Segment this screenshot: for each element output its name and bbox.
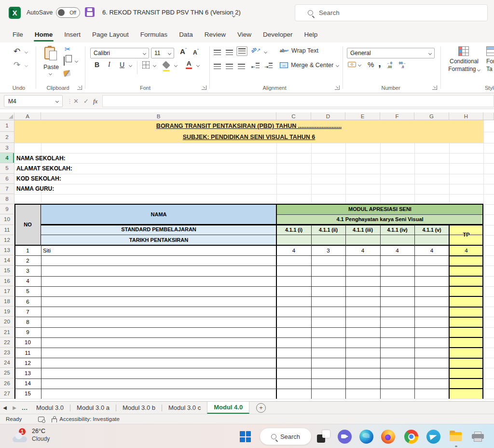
row-header-18[interactable]: 18 [0, 296, 14, 307]
criteria-header-1[interactable]: 4.1.1 (i) [276, 225, 311, 235]
row-header-12[interactable]: 12 [0, 235, 14, 245]
cell-F24[interactable] [380, 358, 414, 368]
row-header-2[interactable]: 2 [0, 132, 14, 143]
cell-H14[interactable] [449, 255, 483, 266]
cell-D20[interactable] [311, 317, 345, 327]
video-chat-app-icon[interactable] [338, 430, 352, 444]
cell-B17[interactable] [41, 286, 276, 296]
cell-A24[interactable]: 12 [14, 358, 41, 368]
cell-E22[interactable] [345, 337, 380, 348]
cell-A14[interactable]: 2 [14, 255, 41, 266]
align-right-button[interactable] [238, 63, 245, 71]
paste-button[interactable]: Paste [41, 64, 62, 70]
cell-A27[interactable]: 15 [14, 389, 41, 399]
cell-A22[interactable]: 10 [14, 337, 41, 348]
row-header-15[interactable]: 15 [0, 266, 14, 276]
formula-input[interactable] [102, 95, 494, 107]
confirm-entry-icon[interactable]: ✓ [83, 98, 89, 105]
cell-G23[interactable] [414, 348, 449, 358]
cell-F27[interactable] [380, 389, 414, 399]
cell-D18[interactable] [311, 296, 345, 307]
sheet-tab-modul-3-0[interactable]: Modul 3.0 [30, 402, 70, 414]
cell-A20[interactable]: 8 [14, 317, 41, 327]
cell-G15[interactable] [414, 266, 449, 276]
insert-function-icon[interactable]: fx [93, 98, 97, 105]
row-header-21[interactable]: 21 [0, 327, 14, 337]
cell-B19[interactable] [41, 307, 276, 317]
italic-button[interactable]: I [108, 61, 110, 69]
cell-C17[interactable] [276, 286, 311, 296]
cell-F25[interactable] [380, 368, 414, 378]
printer-app-icon[interactable] [471, 430, 485, 444]
cell-H13[interactable]: 4 [449, 245, 483, 255]
cell-C20[interactable] [276, 317, 311, 327]
font-color-button[interactable]: A [186, 60, 192, 69]
undo-dropdown-icon[interactable] [25, 50, 28, 54]
cell-D13[interactable]: 3 [311, 245, 345, 255]
copy-dropdown-icon[interactable] [75, 59, 78, 63]
cell-D26[interactable] [311, 378, 345, 389]
wrap-text-button[interactable]: ab↩ Wrap Text [280, 47, 318, 54]
cell-C25[interactable] [276, 368, 311, 378]
weather-widget[interactable]: 1 26°C Cloudy [13, 428, 50, 443]
taskbar-search[interactable]: Search [260, 428, 312, 445]
cell-C16[interactable] [276, 276, 311, 286]
font-name-combo[interactable]: Calibri [90, 48, 149, 58]
cell-C23[interactable] [276, 348, 311, 358]
cell-G26[interactable] [414, 378, 449, 389]
criteria-date-cell-1[interactable] [276, 235, 311, 245]
cell-G13[interactable]: 4 [414, 245, 449, 255]
cell-C21[interactable] [276, 327, 311, 337]
paste-dropdown-icon[interactable] [49, 72, 52, 75]
row-header-3[interactable]: 3 [0, 143, 14, 153]
cell-D23[interactable] [311, 348, 345, 358]
cut-button[interactable]: ✂ [65, 45, 71, 53]
cell-D24[interactable] [311, 358, 345, 368]
cell-E15[interactable] [345, 266, 380, 276]
menu-tab-developer[interactable]: Developer [257, 28, 299, 42]
cell-G20[interactable] [414, 317, 449, 327]
firefox-browser-icon[interactable] [381, 430, 395, 444]
row-header-10[interactable]: 10 [0, 214, 14, 224]
cell-H17[interactable] [449, 286, 483, 296]
row-header-25[interactable]: 25 [0, 368, 14, 378]
sheet-more-icon[interactable]: … [19, 402, 30, 414]
criteria-date-cell-2[interactable] [311, 235, 345, 245]
cell-H19[interactable] [449, 307, 483, 317]
cell-E25[interactable] [345, 368, 380, 378]
cell-C22[interactable] [276, 337, 311, 348]
cell-F21[interactable] [380, 327, 414, 337]
cell-G25[interactable] [414, 368, 449, 378]
grow-font-button[interactable]: Aˆ [180, 47, 187, 56]
menu-tab-help[interactable]: Help [299, 28, 324, 42]
cell-E16[interactable] [345, 276, 380, 286]
column-header-F[interactable]: F [380, 112, 414, 120]
autosave-toggle[interactable]: Off [56, 7, 80, 18]
table-header-sub[interactable]: 4.1 Penghayatan karya Seni Visual [276, 214, 483, 224]
sheet-tab-modul-3-0-a[interactable]: Modul 3.0 a [70, 402, 116, 414]
sheet-tab-modul-3-0-c[interactable]: Modul 3.0 c [162, 402, 207, 414]
fill-color-dropdown-icon[interactable] [174, 64, 178, 67]
excel-app-icon[interactable]: X [9, 7, 21, 19]
menu-tab-view[interactable]: View [232, 28, 257, 42]
cell-E13[interactable]: 4 [345, 245, 380, 255]
cell-F26[interactable] [380, 378, 414, 389]
shrink-font-button[interactable]: Aˇ [193, 48, 199, 56]
cell-F15[interactable] [380, 266, 414, 276]
cell-G14[interactable] [414, 255, 449, 266]
cell-B18[interactable] [41, 296, 276, 307]
number-dialog-launcher-icon[interactable]: ↘ [432, 85, 437, 90]
row-header-9[interactable]: 9 [0, 204, 14, 214]
cell-B13[interactable]: Siti [41, 245, 276, 255]
sheet-tab-modul-4-0[interactable]: Modul 4.0 [207, 402, 249, 414]
cell-B26[interactable] [41, 378, 276, 389]
cell-A18[interactable]: 6 [14, 296, 41, 307]
menu-tab-review[interactable]: Review [199, 28, 232, 42]
macro-record-icon[interactable] [38, 417, 44, 422]
row-header-22[interactable]: 22 [0, 337, 14, 348]
merge-center-button[interactable]: ↔ Merge & Center [280, 62, 339, 69]
number-format-combo[interactable]: General [347, 48, 435, 58]
cell-G16[interactable] [414, 276, 449, 286]
column-header-C[interactable]: C [276, 112, 311, 120]
alignment-dialog-launcher-icon[interactable]: ↘ [335, 85, 340, 90]
